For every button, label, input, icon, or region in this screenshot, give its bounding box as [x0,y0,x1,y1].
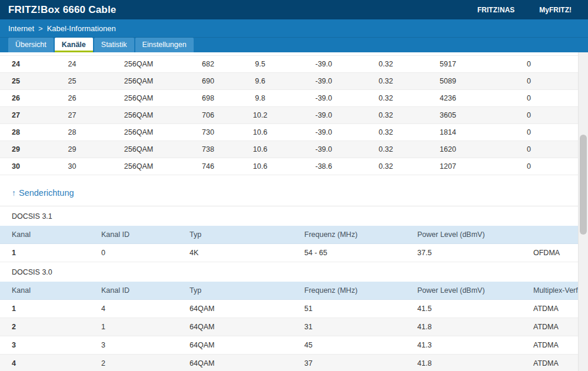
table-cell: 0.32 [356,124,416,141]
table-row: 3030256QAM74610.6-38.60.3212070 [0,158,578,175]
column-header: Typ [178,282,293,300]
table-cell: 256QAM [89,90,188,107]
table-cell: 4 [89,300,178,318]
table-cell: 1 [0,300,89,318]
table-cell: 41.5 [406,300,521,318]
tab-uebersicht[interactable]: Übersicht [8,38,54,52]
table-row: 2424256QAM6829.5-39.00.3259170 [0,56,578,73]
table-cell: 1 [89,318,178,336]
table-cell: 51 [293,300,406,318]
table-cell: 256QAM [89,124,188,141]
table-cell: 256QAM [89,73,188,90]
table-row: 104K54 - 6537.5OFDMA [0,244,578,262]
table-cell: ATDMA [521,355,578,371]
table-cell: 9.5 [228,56,292,73]
table-cell: 30 [55,158,89,175]
table-cell: 24 [55,56,89,73]
tab-einstellungen[interactable]: Einstellungen [135,38,194,52]
table-cell: 64QAM [178,318,293,336]
upstream-heading: ↑ Senderichtung [12,188,578,198]
column-header: Frequenz (MHz) [293,282,406,300]
table-cell: 0 [480,107,578,124]
fritznas-link[interactable]: FRITZ!NAS [477,6,514,14]
table-cell: 0 [480,56,578,73]
tab-statistik[interactable]: Statistik [94,38,134,52]
arrow-up-icon: ↑ [12,188,16,198]
scrollbar-thumb[interactable] [580,135,587,235]
column-header: Frequenz (MHz) [293,226,406,244]
table-cell: 9.8 [228,90,292,107]
table-cell: 706 [188,107,228,124]
menubar: Internet > Kabel-Informationen Übersicht… [0,19,588,52]
table-row: 3364QAM4541.3ATDMA [0,336,578,355]
downstream-table-body: 2424256QAM6829.5-39.00.32591702525256QAM… [0,56,578,175]
table-cell: ATDMA [521,336,578,355]
table-cell: 0.32 [356,107,416,124]
table-cell: 746 [188,158,228,175]
table-cell: 0.32 [356,158,416,175]
table-cell: 0 [480,124,578,141]
column-header: Kanal [0,282,89,300]
upstream-panel: DOCSIS 3.1 Kanal Kanal ID Typ Frequenz (… [0,206,578,371]
docsis30-label: DOCSIS 3.0 [0,262,578,282]
table-cell: 41.3 [406,336,521,355]
table-cell: 730 [188,124,228,141]
upstream-heading-label: Senderichtung [19,188,74,198]
tab-bar: Übersicht Kanäle Statistik Einstellungen [0,37,588,52]
column-header: Power Level (dBmV) [406,226,521,244]
tab-kanaele[interactable]: Kanäle [55,38,93,52]
table-cell: ATDMA [521,318,578,336]
table-row: 2727256QAM70610.2-39.00.3236050 [0,107,578,124]
table-row: 2164QAM3141.8ATDMA [0,318,578,336]
table-cell: 31 [293,318,406,336]
table-cell: 0.32 [356,73,416,90]
myfritz-link[interactable]: MyFRITZ! [539,6,572,14]
table-cell: 4236 [416,90,480,107]
table-cell: 0.32 [356,141,416,158]
topbar: FRITZ!Box 6660 Cable FRITZ!NAS MyFRITZ! [0,0,588,19]
table-cell: 3 [0,336,89,355]
table-row: 2626256QAM6989.8-39.00.3242360 [0,90,578,107]
table-cell: -38.6 [292,158,356,175]
table-cell: 25 [0,73,55,90]
column-header: Kanal ID [89,282,178,300]
table-cell: 9.6 [228,73,292,90]
table-cell: 27 [0,107,55,124]
table-cell: 256QAM [89,141,188,158]
table-cell: -39.0 [292,107,356,124]
table-cell: 0 [480,73,578,90]
breadcrumb-internet[interactable]: Internet [8,24,34,33]
table-cell: 28 [0,124,55,141]
table-cell: 0.32 [356,56,416,73]
page-title: FRITZ!Box 6660 Cable [8,4,117,16]
table-cell: 0 [480,158,578,175]
table-cell: 3 [89,336,178,355]
table-cell: 10.6 [228,158,292,175]
table-row: 2525256QAM6909.6-39.00.3250890 [0,73,578,90]
table-cell: 26 [0,90,55,107]
docsis30-table: Kanal Kanal ID Typ Frequenz (MHz) Power … [0,282,578,371]
table-cell: 10.2 [228,107,292,124]
table-cell: 30 [0,158,55,175]
column-header [521,226,578,244]
table-cell: 0 [89,244,178,262]
table-cell: ATDMA [521,300,578,318]
table-header-row: Kanal Kanal ID Typ Frequenz (MHz) Power … [0,226,578,244]
docsis30-table-body: 1464QAM5141.5ATDMA2164QAM3141.8ATDMA3364… [0,300,578,371]
vertical-scrollbar[interactable] [578,52,588,371]
table-cell: 3605 [416,107,480,124]
table-cell: 10.6 [228,124,292,141]
table-cell: 738 [188,141,228,158]
table-cell: 37 [293,355,406,371]
column-header: Typ [178,226,293,244]
column-header: Multiplex-Verfahren [521,282,578,300]
table-cell: 45 [293,336,406,355]
table-cell: 28 [55,124,89,141]
table-cell: 2 [89,355,178,371]
table-cell: -39.0 [292,56,356,73]
breadcrumb: Internet > Kabel-Informationen [0,19,588,37]
table-cell: -39.0 [292,90,356,107]
table-cell: 24 [0,56,55,73]
table-cell: 41.8 [406,318,521,336]
table-cell: 27 [55,107,89,124]
